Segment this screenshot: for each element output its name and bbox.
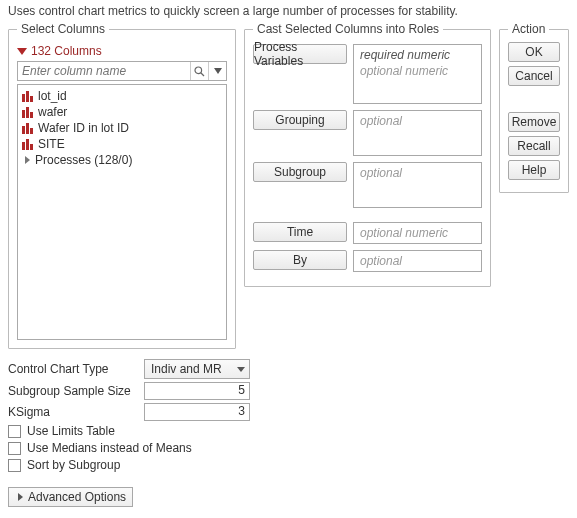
disclosure-right-icon bbox=[25, 156, 30, 164]
column-item-lot-id[interactable]: lot_id bbox=[20, 88, 224, 104]
cast-roles-group: Cast Selected Columns into Roles Process… bbox=[244, 22, 491, 287]
column-label: SITE bbox=[38, 137, 65, 151]
search-icon[interactable] bbox=[190, 62, 208, 80]
process-variables-button[interactable]: Process Variables bbox=[253, 44, 347, 64]
columns-count-toggle[interactable]: 132 Columns bbox=[17, 44, 227, 58]
chart-options: Control Chart Type Indiv and MR Subgroup… bbox=[8, 359, 268, 472]
column-item-wafer[interactable]: wafer bbox=[20, 104, 224, 120]
remove-button[interactable]: Remove bbox=[508, 112, 560, 132]
advanced-options-label: Advanced Options bbox=[28, 490, 126, 504]
disclosure-right-icon bbox=[18, 493, 23, 501]
select-columns-group: Select Columns 132 Columns lot_id wafer bbox=[8, 22, 236, 349]
column-item-site[interactable]: SITE bbox=[20, 136, 224, 152]
optional-hint: optional bbox=[360, 254, 402, 268]
nominal-icon bbox=[22, 123, 34, 134]
grouping-dropzone[interactable]: optional bbox=[353, 110, 482, 156]
checkbox-icon bbox=[8, 459, 21, 472]
column-item-wafer-id-in-lot[interactable]: Wafer ID in lot ID bbox=[20, 120, 224, 136]
svg-line-1 bbox=[201, 73, 204, 76]
subgroup-size-label: Subgroup Sample Size bbox=[8, 384, 144, 398]
process-variables-dropzone[interactable]: required numeric optional numeric bbox=[353, 44, 482, 104]
cast-roles-legend: Cast Selected Columns into Roles bbox=[253, 22, 443, 36]
use-medians-checkbox[interactable]: Use Medians instead of Means bbox=[8, 441, 268, 455]
checkbox-icon bbox=[8, 442, 21, 455]
chart-type-select[interactable]: Indiv and MR bbox=[144, 359, 250, 379]
ok-button[interactable]: OK bbox=[508, 42, 560, 62]
chart-type-label: Control Chart Type bbox=[8, 362, 144, 376]
time-button[interactable]: Time bbox=[253, 222, 347, 242]
cancel-button[interactable]: Cancel bbox=[508, 66, 560, 86]
filter-dropdown-icon[interactable] bbox=[208, 62, 226, 80]
checkbox-icon bbox=[8, 425, 21, 438]
sort-by-subgroup-checkbox[interactable]: Sort by Subgroup bbox=[8, 458, 268, 472]
dialog-description: Uses control chart metrics to quickly sc… bbox=[8, 4, 569, 18]
chevron-down-icon bbox=[237, 367, 245, 372]
disclosure-down-icon bbox=[17, 48, 27, 55]
time-dropzone[interactable]: optional numeric bbox=[353, 222, 482, 244]
ksigma-label: KSigma bbox=[8, 405, 144, 419]
recall-button[interactable]: Recall bbox=[508, 136, 560, 156]
checkbox-label: Sort by Subgroup bbox=[27, 458, 120, 472]
checkbox-label: Use Medians instead of Means bbox=[27, 441, 192, 455]
chart-type-value: Indiv and MR bbox=[151, 362, 222, 376]
optional-hint: optional numeric bbox=[360, 226, 448, 240]
nominal-icon bbox=[22, 91, 34, 102]
svg-marker-2 bbox=[214, 68, 222, 74]
grouping-button[interactable]: Grouping bbox=[253, 110, 347, 130]
required-hint: required numeric bbox=[360, 47, 475, 63]
checkbox-label: Use Limits Table bbox=[27, 424, 115, 438]
optional-hint: optional numeric bbox=[360, 63, 475, 79]
columns-list[interactable]: lot_id wafer Wafer ID in lot ID SITE Pro… bbox=[17, 84, 227, 340]
advanced-options-toggle[interactable]: Advanced Options bbox=[8, 487, 133, 507]
subgroup-button[interactable]: Subgroup bbox=[253, 162, 347, 182]
subgroup-size-input[interactable]: 5 bbox=[144, 382, 250, 400]
column-label: Wafer ID in lot ID bbox=[38, 121, 129, 135]
select-columns-legend: Select Columns bbox=[17, 22, 109, 36]
subgroup-dropzone[interactable]: optional bbox=[353, 162, 482, 208]
by-button[interactable]: By bbox=[253, 250, 347, 270]
action-group: Action OK Cancel Remove Recall Help bbox=[499, 22, 569, 193]
optional-hint: optional bbox=[360, 165, 475, 181]
column-group-label: Processes (128/0) bbox=[35, 153, 132, 167]
column-filter-input[interactable] bbox=[18, 62, 190, 80]
use-limits-table-checkbox[interactable]: Use Limits Table bbox=[8, 424, 268, 438]
action-legend: Action bbox=[508, 22, 549, 36]
column-filter bbox=[17, 61, 227, 81]
ksigma-input[interactable]: 3 bbox=[144, 403, 250, 421]
by-dropzone[interactable]: optional bbox=[353, 250, 482, 272]
column-group-processes[interactable]: Processes (128/0) bbox=[20, 152, 224, 168]
optional-hint: optional bbox=[360, 113, 475, 129]
column-label: lot_id bbox=[38, 89, 67, 103]
nominal-icon bbox=[22, 107, 34, 118]
column-label: wafer bbox=[38, 105, 67, 119]
svg-point-0 bbox=[195, 67, 202, 74]
columns-count-label: 132 Columns bbox=[31, 44, 102, 58]
nominal-icon bbox=[22, 139, 34, 150]
help-button[interactable]: Help bbox=[508, 160, 560, 180]
